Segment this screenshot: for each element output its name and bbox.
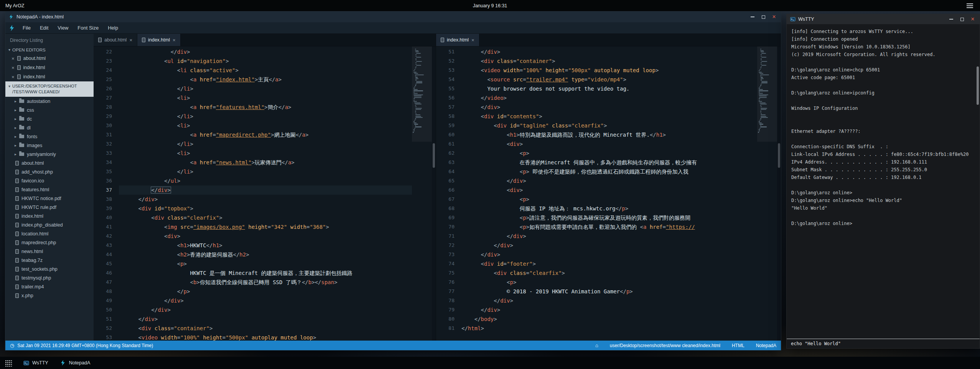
tree-file-trailer.mp4[interactable]: trailer.mp4 xyxy=(5,282,94,291)
minimap[interactable] xyxy=(412,46,432,341)
editor-scrollbar[interactable] xyxy=(777,46,781,341)
folder-tree: ▸autostation▸css▸dc▸dl▸fonts▸images▸yaml… xyxy=(5,97,94,159)
code-line: </html> xyxy=(461,324,757,333)
open-editor-item[interactable]: ×about.html xyxy=(5,54,94,63)
tree-file-test_sockets.php[interactable]: test_sockets.php xyxy=(5,265,94,273)
code-line: </div> xyxy=(119,296,412,305)
hamburger-menu-icon[interactable] xyxy=(967,5,980,6)
code-line: <source src="trailer.mp4" type="video/mp… xyxy=(461,75,757,84)
menu-font-size[interactable]: Font Size xyxy=(73,23,103,33)
file-label: teabag.7z xyxy=(21,258,43,263)
close-tab-icon[interactable]: × xyxy=(471,38,474,43)
file-label: add_vhost.php xyxy=(21,169,53,175)
open-editor-item[interactable]: ×index.html xyxy=(5,63,94,72)
tree-file-HKWTC rule.pdf[interactable]: HKWTC rule.pdf xyxy=(5,203,94,212)
tree-folder-autostation[interactable]: ▸autostation xyxy=(5,97,94,106)
workspace-folder-header[interactable]: ▾ USER:/DESKTOP/SCREENSHOT /TEST/WWW CLE… xyxy=(5,81,94,97)
editor-tab-about.html[interactable]: about.html× xyxy=(94,34,137,46)
status-filepath[interactable]: user/Desktop/screenshot/test/www cleaned… xyxy=(610,343,720,348)
taskbar-item-notepada[interactable]: NotepadA xyxy=(60,360,91,366)
terminal-line: [info] Connection opened xyxy=(791,35,975,43)
code-line: </div> xyxy=(461,103,757,112)
close-button[interactable]: × xyxy=(968,15,977,23)
maximize-button[interactable] xyxy=(759,13,768,21)
line-number-gutter: 5152535455565758596061626364656667686970… xyxy=(436,46,460,341)
close-editor-icon[interactable]: × xyxy=(12,74,15,79)
terminal-scrollbar[interactable] xyxy=(977,66,979,105)
minimize-button[interactable] xyxy=(748,13,757,21)
code-line: </div> xyxy=(119,47,412,56)
notepada-logo-icon xyxy=(60,360,66,366)
tree-file-testmysql.php[interactable]: testmysql.php xyxy=(5,273,94,282)
open-editors-header[interactable]: ▾ OPEN EDITORS xyxy=(5,46,94,54)
notepada-logo-icon xyxy=(8,25,15,31)
tree-file-location.html[interactable]: location.html xyxy=(5,229,94,238)
notepada-window-title: NotepadA - index.html xyxy=(16,14,64,20)
maximize-button[interactable] xyxy=(957,15,967,23)
tree-folder-fonts[interactable]: ▸fonts xyxy=(5,132,94,141)
tree-folder-dc[interactable]: ▸dc xyxy=(5,114,94,123)
wstty-window: WsTTY × [info] Connecting to arozos WsTT… xyxy=(786,14,980,349)
close-tab-icon[interactable]: × xyxy=(173,38,176,43)
menu-help[interactable]: Help xyxy=(104,23,122,33)
taskbar-item-wstty[interactable]: WsTTY xyxy=(23,360,48,366)
menu-edit[interactable]: Edit xyxy=(36,23,53,33)
menu-view[interactable]: View xyxy=(53,23,72,33)
wstty-logo-icon xyxy=(23,360,29,366)
tree-file-mapredirect.php[interactable]: mapredirect.php xyxy=(5,238,94,247)
close-editor-icon[interactable]: × xyxy=(12,56,15,61)
tree-file-x.php[interactable]: x.php xyxy=(5,291,94,300)
tree-folder-images[interactable]: ▸images xyxy=(5,141,94,150)
minimize-button[interactable] xyxy=(947,15,956,23)
tree-file-about.html[interactable]: about.html xyxy=(5,159,94,167)
terminal-input[interactable]: echo "Hello World" xyxy=(787,339,980,348)
tree-folder-yamlyamlonly[interactable]: ▸yamlyamlonly xyxy=(5,150,94,159)
code-editor[interactable]: </div> <div class="container"> <video wi… xyxy=(460,46,757,341)
tree-file-favicon.ico[interactable]: favicon.ico xyxy=(5,176,94,185)
chevron-right-icon: ▸ xyxy=(15,117,16,121)
close-button[interactable]: × xyxy=(769,13,779,21)
editor-tab-index.html[interactable]: index.html× xyxy=(137,34,181,46)
tree-file-index.html[interactable]: index.html xyxy=(5,212,94,220)
code-line: </div> xyxy=(119,195,412,204)
terminal-output[interactable]: [info] Connecting to arozos WsTTY servic… xyxy=(787,24,980,339)
scrollbar-handle[interactable] xyxy=(433,143,435,168)
tree-file-add_vhost.php[interactable]: add_vhost.php xyxy=(5,167,94,176)
scrollbar-handle[interactable] xyxy=(778,143,780,168)
folder-icon xyxy=(19,152,24,156)
code-line: <li class="active"> xyxy=(119,66,412,75)
open-editor-item[interactable]: ×index.html xyxy=(5,72,94,81)
app-launcher-icon[interactable] xyxy=(5,359,12,367)
aroz-brand[interactable]: My ArOZ xyxy=(0,3,24,8)
terminal-line: D:\golang\aroz online> xyxy=(791,220,975,227)
folder-icon xyxy=(19,144,24,147)
file-icon xyxy=(15,205,19,210)
code-editor[interactable]: </div> <ul id="navigation"> <li class="a… xyxy=(117,46,412,341)
file-icon xyxy=(17,65,21,70)
tree-file-index.php_disabled[interactable]: index.php_disabled xyxy=(5,220,94,229)
notepada-logo-icon xyxy=(8,14,14,20)
tree-folder-dl[interactable]: ▸dl xyxy=(5,123,94,132)
minimap[interactable] xyxy=(757,46,777,341)
status-language[interactable]: HTML xyxy=(732,343,744,348)
code-line: <video width="100%" height="500px" autop… xyxy=(461,66,757,75)
editor-tab-index.html[interactable]: index.html× xyxy=(436,34,479,46)
editor-scrollbar[interactable] xyxy=(432,46,436,341)
taskbar-item-label: WsTTY xyxy=(32,360,48,366)
file-icon xyxy=(15,170,19,174)
tree-file-features.html[interactable]: features.html xyxy=(5,185,94,194)
tree-file-teabag.7z[interactable]: teabag.7z xyxy=(5,256,94,265)
close-tab-icon[interactable]: × xyxy=(129,38,132,43)
menu-file[interactable]: File xyxy=(18,23,35,33)
notepada-titlebar[interactable]: NotepadA - index.html × xyxy=(5,12,781,22)
tree-file-news.html[interactable]: news.html xyxy=(5,247,94,256)
tree-folder-css[interactable]: ▸css xyxy=(5,106,94,114)
file-icon xyxy=(142,38,145,42)
code-line: </div> xyxy=(461,305,757,314)
folder-icon xyxy=(19,99,24,103)
close-editor-icon[interactable]: × xyxy=(12,65,15,70)
wstty-titlebar[interactable]: WsTTY × xyxy=(787,14,980,24)
file-icon xyxy=(17,56,21,61)
code-line: <ul id="navigation"> xyxy=(119,56,412,66)
tree-file-HKWTC notice.pdf[interactable]: HKWTC notice.pdf xyxy=(5,194,94,203)
